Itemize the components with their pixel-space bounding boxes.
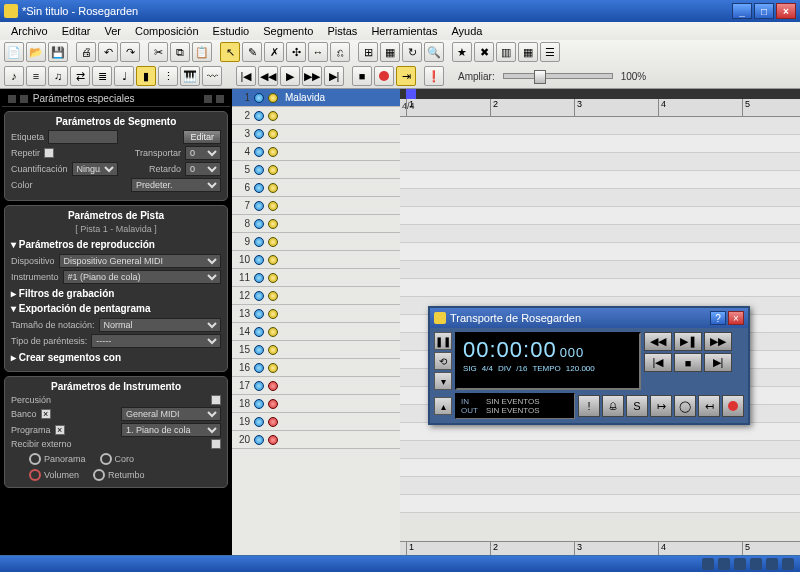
timeline-lane[interactable] xyxy=(400,153,800,171)
mute-icon[interactable] xyxy=(254,291,264,301)
zoom-slider[interactable] xyxy=(503,73,613,79)
track-row[interactable]: 15 xyxy=(232,341,400,359)
transport-end-icon[interactable]: ▶| xyxy=(324,66,344,86)
retardo-select[interactable]: 0 xyxy=(185,162,221,176)
menu-pistas[interactable]: Pistas xyxy=(320,25,364,37)
track-row[interactable]: 6 xyxy=(232,179,400,197)
transport-mode-icon[interactable]: ⟲ xyxy=(434,352,452,370)
tam-select[interactable]: Normal xyxy=(99,318,221,332)
tray-icon[interactable] xyxy=(702,558,714,570)
transport-ffwd-icon[interactable]: ▶▶ xyxy=(302,66,322,86)
menu-herramientas[interactable]: Herramientas xyxy=(364,25,444,37)
transport-collapse-icon[interactable]: ▾ xyxy=(434,372,452,390)
color-select[interactable]: Predeter. xyxy=(131,178,221,192)
mute-icon[interactable] xyxy=(254,345,264,355)
track-row[interactable]: 17 xyxy=(232,377,400,395)
banco-select[interactable]: General MIDI xyxy=(121,407,221,421)
track-tool-2-icon[interactable]: ≡ xyxy=(26,66,46,86)
track-row[interactable]: 5 xyxy=(232,161,400,179)
star-icon[interactable]: ★ xyxy=(452,42,472,62)
track-tool-7-icon[interactable]: ▮ xyxy=(136,66,156,86)
resize-tool-icon[interactable]: ↔ xyxy=(308,42,328,62)
mute-icon[interactable] xyxy=(254,273,264,283)
timeline-lane[interactable] xyxy=(400,279,800,297)
record-arm-icon[interactable] xyxy=(268,435,278,445)
copy-icon[interactable]: ⧉ xyxy=(170,42,190,62)
tp-solo-button[interactable]: S xyxy=(626,395,648,417)
tray-icon[interactable] xyxy=(718,558,730,570)
mute-icon[interactable] xyxy=(254,417,264,427)
mute-icon[interactable] xyxy=(254,237,264,247)
export-header[interactable]: Exportación de pentagrama xyxy=(11,301,221,316)
tp-loop-r-button[interactable]: ↤ xyxy=(698,395,720,417)
mute-icon[interactable] xyxy=(254,93,264,103)
maximize-button[interactable]: □ xyxy=(754,3,774,19)
record-arm-icon[interactable] xyxy=(268,219,278,229)
column-icon[interactable]: ▥ xyxy=(496,42,516,62)
mute-icon[interactable] xyxy=(254,363,264,373)
transport-play-icon[interactable]: ▶ xyxy=(280,66,300,86)
transport-help-button[interactable]: ? xyxy=(710,311,726,325)
mute-icon[interactable] xyxy=(254,435,264,445)
open-icon[interactable]: 📂 xyxy=(26,42,46,62)
menu-estudio[interactable]: Estudio xyxy=(206,25,257,37)
record-arm-icon[interactable] xyxy=(268,417,278,427)
track-row[interactable]: 4 xyxy=(232,143,400,161)
track-row[interactable]: 1Malavida xyxy=(232,89,400,107)
track-row[interactable]: 2 xyxy=(232,107,400,125)
timeline-lane[interactable] xyxy=(400,459,800,477)
panic-icon[interactable]: ❗ xyxy=(424,66,444,86)
repetir-checkbox[interactable] xyxy=(44,148,54,158)
timeline-lane[interactable] xyxy=(400,423,800,441)
timeline-lane[interactable] xyxy=(400,189,800,207)
coro-knob[interactable]: Coro xyxy=(100,453,135,465)
undo-icon[interactable]: ↶ xyxy=(98,42,118,62)
new-icon[interactable]: 📄 xyxy=(4,42,24,62)
volumen-knob[interactable]: Volumen xyxy=(29,469,79,481)
track-row[interactable]: 8 xyxy=(232,215,400,233)
track-tool-1-icon[interactable]: ♪ xyxy=(4,66,24,86)
record-arm-icon[interactable] xyxy=(268,381,278,391)
erase-tool-icon[interactable]: ✗ xyxy=(264,42,284,62)
redo-icon[interactable]: ↷ xyxy=(120,42,140,62)
menu-composición[interactable]: Composición xyxy=(128,25,206,37)
tp-panic-button[interactable]: ! xyxy=(578,395,600,417)
timeline-lane[interactable] xyxy=(400,441,800,459)
track-row[interactable]: 9 xyxy=(232,233,400,251)
tray-icon[interactable] xyxy=(766,558,778,570)
transport-pause-icon[interactable]: ❚❚ xyxy=(434,332,452,350)
transportar-select[interactable]: 0 xyxy=(185,146,221,160)
tp-stop-button[interactable]: ■ xyxy=(674,353,702,372)
track-tool-9-icon[interactable]: 🎹 xyxy=(180,66,200,86)
cut-icon[interactable]: ✂ xyxy=(148,42,168,62)
transport-start-icon[interactable]: |◀ xyxy=(236,66,256,86)
menu-ver[interactable]: Ver xyxy=(97,25,128,37)
menu-archivo[interactable]: Archivo xyxy=(4,25,55,37)
record-arm-icon[interactable] xyxy=(268,363,278,373)
disp-select[interactable]: Dispositivo General MIDI xyxy=(59,254,221,268)
tp-record-button[interactable] xyxy=(722,395,744,417)
record-arm-icon[interactable] xyxy=(268,255,278,265)
prog-checkbox[interactable] xyxy=(55,425,65,435)
track-tool-3-icon[interactable]: ♫ xyxy=(48,66,68,86)
tp-start-button[interactable]: |◀ xyxy=(644,353,672,372)
timeline-lane[interactable] xyxy=(400,243,800,261)
track-tool-5-icon[interactable]: ≣ xyxy=(92,66,112,86)
mute-icon[interactable] xyxy=(254,327,264,337)
list-icon[interactable]: ☰ xyxy=(540,42,560,62)
track-tool-10-icon[interactable]: 〰 xyxy=(202,66,222,86)
track-row[interactable]: 7 xyxy=(232,197,400,215)
record-arm-icon[interactable] xyxy=(268,147,278,157)
mute-icon[interactable] xyxy=(254,111,264,121)
tray-icon[interactable] xyxy=(734,558,746,570)
tp-loop-button[interactable]: ◯ xyxy=(674,395,696,417)
mute-icon[interactable] xyxy=(254,381,264,391)
track-row[interactable]: 16 xyxy=(232,359,400,377)
crear-header[interactable]: Crear segmentos con xyxy=(11,350,221,365)
record-arm-icon[interactable] xyxy=(268,129,278,139)
tipo-select[interactable]: ----- xyxy=(91,334,221,348)
etiqueta-input[interactable] xyxy=(48,130,118,144)
panorama-knob[interactable]: Panorama xyxy=(29,453,86,465)
tp-metronome-button[interactable]: 🕭 xyxy=(602,395,624,417)
instr-select[interactable]: #1 (Piano de cola) xyxy=(63,270,221,284)
